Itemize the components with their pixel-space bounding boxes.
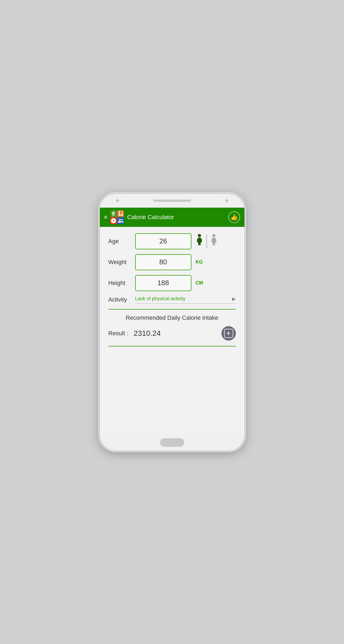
phone-speaker [153, 200, 191, 202]
activity-value: Lack of physical activity [135, 296, 231, 302]
svg-point-1 [212, 234, 216, 237]
camera-right [225, 199, 228, 202]
phone-top-bar [100, 194, 244, 208]
icon-cell-3 [110, 217, 117, 224]
app-title: Calorie Calculator [127, 214, 228, 221]
weight-unit: KG [196, 259, 206, 265]
weight-input[interactable] [135, 254, 191, 270]
result-label: Result : [108, 330, 128, 337]
gender-row [195, 234, 219, 249]
icon-cell-2 [117, 210, 124, 217]
result-row: Result : 2310.24 + [108, 326, 236, 341]
menu-icon[interactable]: ≡ [104, 214, 108, 221]
activity-label: Activity [108, 296, 135, 303]
height-row: Height CM [108, 275, 236, 291]
app-toolbar: ≡ [100, 208, 244, 227]
icon-cell-1 [110, 210, 117, 217]
phone-screen: ≡ [100, 208, 244, 435]
home-button[interactable] [160, 438, 184, 447]
like-button[interactable]: 👍 [228, 211, 240, 223]
height-input[interactable] [135, 275, 191, 291]
age-label: Age [108, 238, 135, 245]
phone-bottom-bar [100, 435, 244, 451]
app-icon [110, 210, 124, 224]
result-value: 2310.24 [134, 329, 221, 338]
app-content: Age [100, 227, 244, 435]
male-icon[interactable] [195, 234, 204, 249]
activity-dropdown[interactable]: Lack of physical activity ▶ [135, 296, 236, 304]
activity-row: Activity Lack of physical activity ▶ [108, 296, 236, 304]
svg-point-0 [198, 234, 201, 237]
female-icon[interactable] [209, 234, 219, 249]
dropdown-arrow-icon: ▶ [232, 296, 236, 302]
weight-label: Weight [108, 259, 135, 266]
phone-shell: ≡ [100, 194, 244, 451]
icon-cell-4 [117, 217, 124, 224]
add-icon: + [224, 329, 233, 338]
add-result-button[interactable]: + [221, 326, 236, 341]
weight-row: Weight KG [108, 254, 236, 270]
camera-left [116, 199, 119, 202]
age-input[interactable] [135, 233, 191, 249]
height-unit: CM [196, 280, 206, 286]
age-row: Age [108, 233, 236, 249]
gender-divider [206, 234, 207, 248]
result-separator [108, 346, 236, 346]
main-separator [108, 309, 236, 310]
height-label: Height [108, 280, 135, 287]
results-title: Recommended Daily Calorie Intake [108, 314, 236, 321]
